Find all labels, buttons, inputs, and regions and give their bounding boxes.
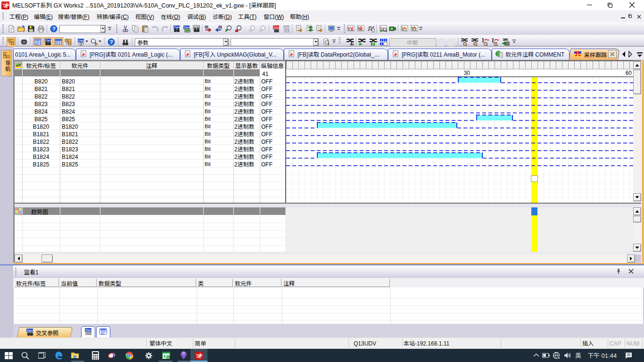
svg-text:60: 60	[626, 70, 632, 76]
svg-text:3: 3	[167, 356, 169, 359]
svg-text:Dev: Dev	[27, 329, 33, 332]
svg-text:Dev: Dev	[273, 25, 280, 30]
svg-text:?: ?	[52, 26, 56, 32]
svg-text:Dev: Dev	[85, 329, 91, 332]
svg-text:?: ?	[110, 39, 113, 45]
svg-text:30: 30	[464, 70, 471, 76]
svg-text:A: A	[351, 27, 354, 32]
svg-text:Dev: Dev	[284, 25, 290, 30]
